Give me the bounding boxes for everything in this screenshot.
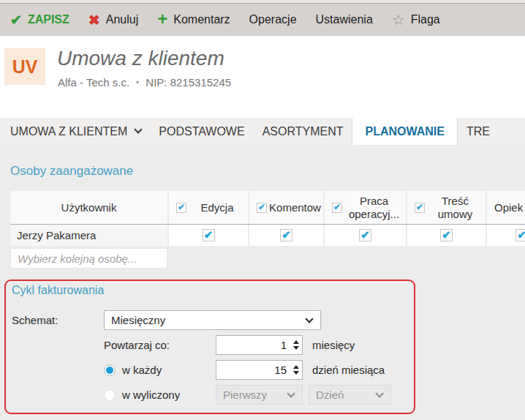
spinner-up-icon[interactable]: [293, 340, 299, 344]
nip-value: NIP: 8215315245: [146, 76, 231, 89]
weekday-select[interactable]: Dzień: [309, 385, 391, 405]
flag-button[interactable]: ☆ Flaga: [392, 12, 440, 27]
cell-opiekun: ✔: [487, 225, 525, 246]
radio-selected-icon[interactable]: [104, 364, 116, 376]
checkbox-check-icon: ✔: [442, 229, 451, 240]
column-header-label: Treść umowy: [425, 195, 486, 220]
repeat-number-input[interactable]: 1: [216, 335, 303, 355]
column-header-edycja[interactable]: ✔ Edycja: [169, 191, 248, 224]
chevron-down-icon: [375, 389, 383, 397]
tab-umowa-z-klientem[interactable]: UMOWA Z KLIENTEM: [10, 118, 150, 145]
chevron-down-icon: [135, 125, 143, 133]
every-radio-option[interactable]: w każdy: [104, 364, 216, 376]
tab-podstawowe[interactable]: PODSTAWOWE: [150, 118, 253, 145]
table-header-row: Użytkownik ✔ Edycja ✔ Komentow ✔ Praca o…: [10, 191, 525, 225]
people-section-heading: Osoby zaangażowane: [10, 164, 133, 179]
billing-cycle-section highlight-annotation: Cykl fakturowania Schemat: Miesięczny Po…: [4, 280, 415, 414]
weekday-select-value: Dzień: [316, 389, 372, 401]
tab-tresc[interactable]: TRE: [458, 118, 499, 145]
comment-button[interactable]: + Komentarz: [157, 12, 230, 28]
row-checkbox[interactable]: ✔: [203, 229, 215, 241]
ordinal-select-value: Pierwszy: [223, 389, 284, 401]
avatar: UV: [4, 48, 45, 85]
every-day-row: w każdy 15 dzień miesiąca: [12, 360, 414, 380]
tab-asortyment[interactable]: ASORTYMENT: [254, 118, 352, 145]
toolbar: ✔ ZAPISZ ✖ Anuluj + Komentarz Operacje U…: [0, 4, 525, 36]
checkbox-check-icon: ✔: [282, 229, 291, 240]
plus-icon: +: [157, 10, 167, 28]
page-title: Umowa z klientem: [57, 47, 224, 70]
tab-planowanie[interactable]: PLANOWANIE: [352, 118, 457, 145]
day-number-input[interactable]: 15: [216, 360, 303, 380]
row-checkbox[interactable]: ✔: [440, 229, 453, 241]
cell-komentowanie: ✔: [249, 225, 323, 246]
tab-bar: UMOWA Z KLIENTEM PODSTAWOWE ASORTYMENT P…: [0, 118, 525, 145]
table-row: Jerzy Pakamera ✔ ✔ ✔ ✔ ✔: [10, 225, 525, 246]
checkbox-check-icon: ✔: [178, 203, 185, 211]
header-checkbox[interactable]: ✔: [176, 203, 186, 213]
save-button-label: ZAPISZ: [28, 13, 69, 26]
cell-edycja: ✔: [169, 225, 248, 246]
tab-label: PODSTAWOWE: [159, 125, 244, 138]
comment-button-label: Komentarz: [173, 13, 230, 26]
column-header-opiekun[interactable]: Opiek: [487, 191, 525, 224]
tab-label: TRE: [467, 125, 490, 138]
cell-tresc-umowy: ✔: [407, 225, 486, 246]
checkbox-check-icon: ✔: [258, 203, 265, 211]
column-header-praca-operacyjna[interactable]: ✔ Praca operacyj...: [325, 191, 406, 224]
column-header-tresc-umowy[interactable]: ✔ Treść umowy: [407, 191, 486, 224]
schema-select[interactable]: Miesięczny: [104, 310, 321, 330]
settings-menu[interactable]: Ustawienia: [316, 13, 373, 26]
row-checkbox[interactable]: ✔: [515, 229, 525, 241]
spinner-up-icon[interactable]: [293, 365, 299, 369]
checkbox-check-icon: ✔: [360, 229, 370, 240]
day-number-value: 15: [216, 364, 290, 376]
ordinal-select[interactable]: Pierwszy: [216, 385, 303, 405]
chevron-down-icon: [287, 389, 295, 397]
column-header-komentowanie[interactable]: ✔ Komentow: [249, 191, 323, 224]
column-header-label: Opiek: [494, 201, 523, 214]
row-checkbox[interactable]: ✔: [359, 229, 371, 241]
save-button[interactable]: ✔ ZAPISZ: [10, 13, 69, 27]
header-checkbox[interactable]: ✔: [257, 203, 267, 213]
number-spinner[interactable]: [290, 365, 302, 375]
star-icon: ☆: [392, 12, 405, 27]
x-icon: ✖: [88, 13, 100, 27]
schema-row: Schemat: Miesięczny: [12, 310, 414, 330]
schema-label: Schemat:: [12, 314, 104, 326]
cancel-button-label: Anuluj: [106, 13, 138, 26]
column-header-label: Edycja: [186, 201, 248, 214]
computed-radio-option[interactable]: w wyliczony: [104, 389, 216, 401]
number-spinner[interactable]: [290, 340, 302, 350]
people-table: Użytkownik ✔ Edycja ✔ Komentow ✔ Praca o…: [10, 191, 525, 246]
column-header-label: Praca operacyj...: [342, 195, 406, 220]
repeat-row: Powtarzaj co: 1 miesięcy: [12, 335, 414, 355]
checkbox-check-icon: ✔: [333, 203, 341, 211]
column-header-label: Komentow: [267, 201, 323, 214]
repeat-label: Powtarzaj co:: [104, 339, 216, 351]
add-person-input[interactable]: [10, 248, 167, 269]
radio-unselected-icon[interactable]: [104, 389, 116, 401]
row-checkbox[interactable]: ✔: [280, 229, 292, 241]
settings-menu-label: Ustawienia: [316, 13, 373, 26]
bullet-separator: •: [136, 78, 139, 88]
user-name-cell: Jerzy Pakamera: [10, 225, 167, 246]
header-checkbox[interactable]: ✔: [415, 203, 425, 213]
spinner-down-icon[interactable]: [293, 371, 299, 375]
chevron-down-icon: [305, 315, 313, 323]
record-subtitle: Alfa - Tech s.c. • NIP: 8215315245: [58, 76, 231, 89]
column-header-label: Użytkownik: [61, 201, 117, 214]
tab-label: UMOWA Z KLIENTEM: [10, 125, 127, 138]
operations-menu-label: Operacje: [249, 13, 297, 26]
record-header: UV Umowa z klientem Alfa - Tech s.c. • N…: [0, 36, 525, 118]
check-icon: ✔: [10, 13, 22, 27]
operations-menu[interactable]: Operacje: [249, 13, 297, 26]
spinner-down-icon[interactable]: [293, 346, 299, 350]
cancel-button[interactable]: ✖ Anuluj: [88, 13, 138, 27]
company-name: Alfa - Tech s.c.: [58, 76, 129, 89]
tab-label: ASORTYMENT: [262, 125, 344, 138]
header-checkbox[interactable]: ✔: [332, 203, 342, 213]
column-header-user[interactable]: Użytkownik: [10, 191, 167, 224]
repeat-number-value: 1: [216, 339, 290, 351]
flag-button-label: Flaga: [411, 13, 440, 26]
